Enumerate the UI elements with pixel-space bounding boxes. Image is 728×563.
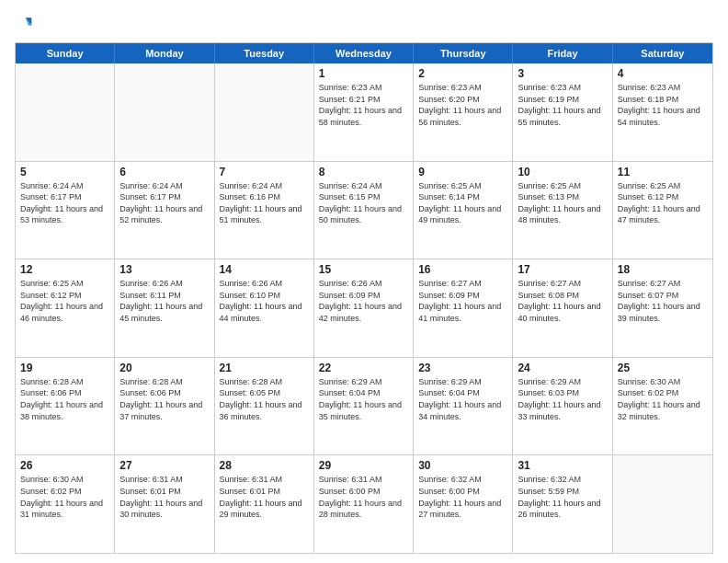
- day-info: Sunrise: 6:27 AMSunset: 6:07 PMDaylight:…: [618, 278, 708, 324]
- day-number: 9: [418, 166, 507, 178]
- day-info: Sunrise: 6:29 AMSunset: 6:04 PMDaylight:…: [418, 376, 507, 422]
- day-number: 30: [418, 459, 507, 472]
- calendar-header: SundayMondayTuesdayWednesdayThursdayFrid…: [16, 43, 712, 63]
- day-info: Sunrise: 6:23 AMSunset: 6:21 PMDaylight:…: [319, 82, 408, 128]
- day-info: Sunrise: 6:24 AMSunset: 6:17 PMDaylight:…: [119, 180, 209, 226]
- logo-icon: [15, 15, 33, 33]
- day-of-week-wednesday: Wednesday: [314, 43, 414, 63]
- day-number: 17: [518, 263, 607, 276]
- day-number: 13: [119, 263, 209, 276]
- calendar-row-0: 1Sunrise: 6:23 AMSunset: 6:21 PMDaylight…: [16, 63, 712, 162]
- day-number: 27: [119, 459, 209, 472]
- day-of-week-tuesday: Tuesday: [215, 43, 314, 63]
- day-cell-27: 27Sunrise: 6:31 AMSunset: 6:01 PMDayligh…: [115, 455, 214, 553]
- day-cell-26: 26Sunrise: 6:30 AMSunset: 6:02 PMDayligh…: [16, 455, 115, 553]
- day-number: 18: [618, 263, 708, 276]
- day-cell-30: 30Sunrise: 6:32 AMSunset: 6:00 PMDayligh…: [414, 455, 513, 553]
- day-number: 4: [618, 67, 708, 80]
- day-info: Sunrise: 6:24 AMSunset: 6:16 PMDaylight:…: [220, 180, 309, 226]
- day-number: 3: [518, 67, 607, 80]
- day-cell-7: 7Sunrise: 6:24 AMSunset: 6:16 PMDaylight…: [215, 162, 314, 259]
- day-number: 20: [119, 362, 209, 374]
- day-info: Sunrise: 6:28 AMSunset: 6:06 PMDaylight:…: [20, 376, 109, 422]
- day-number: 11: [618, 166, 708, 178]
- day-of-week-sunday: Sunday: [16, 43, 115, 63]
- day-number: 14: [220, 263, 309, 276]
- day-info: Sunrise: 6:27 AMSunset: 6:08 PMDaylight:…: [518, 278, 607, 324]
- day-cell-25: 25Sunrise: 6:30 AMSunset: 6:02 PMDayligh…: [613, 358, 712, 455]
- day-cell-17: 17Sunrise: 6:27 AMSunset: 6:08 PMDayligh…: [513, 259, 612, 357]
- day-number: 29: [319, 459, 408, 472]
- day-info: Sunrise: 6:25 AMSunset: 6:12 PMDaylight:…: [20, 278, 109, 324]
- day-info: Sunrise: 6:29 AMSunset: 6:03 PMDaylight:…: [518, 376, 607, 422]
- day-info: Sunrise: 6:26 AMSunset: 6:11 PMDaylight:…: [119, 278, 209, 324]
- day-number: 22: [319, 362, 408, 374]
- day-cell-21: 21Sunrise: 6:28 AMSunset: 6:05 PMDayligh…: [215, 358, 314, 455]
- day-cell-31: 31Sunrise: 6:32 AMSunset: 5:59 PMDayligh…: [513, 455, 612, 553]
- day-cell-5: 5Sunrise: 6:24 AMSunset: 6:17 PMDaylight…: [16, 162, 115, 259]
- day-cell-20: 20Sunrise: 6:28 AMSunset: 6:06 PMDayligh…: [115, 358, 214, 455]
- day-info: Sunrise: 6:23 AMSunset: 6:18 PMDaylight:…: [618, 82, 708, 128]
- day-number: 16: [418, 263, 507, 276]
- empty-cell: [16, 63, 115, 161]
- day-info: Sunrise: 6:31 AMSunset: 6:00 PMDaylight:…: [319, 474, 408, 520]
- empty-cell: [215, 63, 314, 161]
- day-info: Sunrise: 6:32 AMSunset: 5:59 PMDaylight:…: [518, 474, 607, 520]
- day-of-week-friday: Friday: [513, 43, 612, 63]
- day-cell-4: 4Sunrise: 6:23 AMSunset: 6:18 PMDaylight…: [613, 63, 712, 161]
- day-number: 7: [220, 166, 309, 178]
- day-number: 1: [319, 67, 408, 80]
- empty-cell: [613, 455, 712, 553]
- day-info: Sunrise: 6:26 AMSunset: 6:09 PMDaylight:…: [319, 278, 408, 324]
- day-cell-23: 23Sunrise: 6:29 AMSunset: 6:04 PMDayligh…: [414, 358, 513, 455]
- day-info: Sunrise: 6:30 AMSunset: 6:02 PMDaylight:…: [20, 474, 109, 520]
- day-info: Sunrise: 6:30 AMSunset: 6:02 PMDaylight:…: [618, 376, 708, 422]
- day-number: 26: [20, 459, 109, 472]
- day-number: 8: [319, 166, 408, 178]
- day-info: Sunrise: 6:24 AMSunset: 6:15 PMDaylight:…: [319, 180, 408, 226]
- calendar-row-3: 19Sunrise: 6:28 AMSunset: 6:06 PMDayligh…: [16, 358, 712, 456]
- day-of-week-thursday: Thursday: [414, 43, 513, 63]
- day-cell-9: 9Sunrise: 6:25 AMSunset: 6:14 PMDaylight…: [414, 162, 513, 259]
- day-cell-18: 18Sunrise: 6:27 AMSunset: 6:07 PMDayligh…: [613, 259, 712, 357]
- page-header: [15, 15, 713, 33]
- day-cell-19: 19Sunrise: 6:28 AMSunset: 6:06 PMDayligh…: [16, 358, 115, 455]
- day-info: Sunrise: 6:25 AMSunset: 6:14 PMDaylight:…: [418, 180, 507, 226]
- calendar-row-2: 12Sunrise: 6:25 AMSunset: 6:12 PMDayligh…: [16, 259, 712, 358]
- calendar-row-4: 26Sunrise: 6:30 AMSunset: 6:02 PMDayligh…: [16, 455, 712, 553]
- day-cell-3: 3Sunrise: 6:23 AMSunset: 6:19 PMDaylight…: [513, 63, 612, 161]
- day-number: 5: [20, 166, 109, 178]
- day-info: Sunrise: 6:31 AMSunset: 6:01 PMDaylight:…: [220, 474, 309, 520]
- day-number: 28: [220, 459, 309, 472]
- day-cell-12: 12Sunrise: 6:25 AMSunset: 6:12 PMDayligh…: [16, 259, 115, 357]
- day-number: 6: [119, 166, 209, 178]
- day-number: 15: [319, 263, 408, 276]
- day-info: Sunrise: 6:27 AMSunset: 6:09 PMDaylight:…: [418, 278, 507, 324]
- day-cell-6: 6Sunrise: 6:24 AMSunset: 6:17 PMDaylight…: [115, 162, 214, 259]
- day-cell-8: 8Sunrise: 6:24 AMSunset: 6:15 PMDaylight…: [314, 162, 414, 259]
- day-info: Sunrise: 6:31 AMSunset: 6:01 PMDaylight:…: [119, 474, 209, 520]
- logo: [15, 15, 37, 33]
- day-info: Sunrise: 6:28 AMSunset: 6:05 PMDaylight:…: [220, 376, 309, 422]
- day-cell-16: 16Sunrise: 6:27 AMSunset: 6:09 PMDayligh…: [414, 259, 513, 357]
- day-info: Sunrise: 6:23 AMSunset: 6:20 PMDaylight:…: [418, 82, 507, 128]
- day-number: 31: [518, 459, 607, 472]
- day-number: 10: [518, 166, 607, 178]
- day-number: 23: [418, 362, 507, 374]
- day-number: 19: [20, 362, 109, 374]
- day-number: 12: [20, 263, 109, 276]
- day-cell-15: 15Sunrise: 6:26 AMSunset: 6:09 PMDayligh…: [314, 259, 414, 357]
- day-cell-1: 1Sunrise: 6:23 AMSunset: 6:21 PMDaylight…: [314, 63, 414, 161]
- day-info: Sunrise: 6:25 AMSunset: 6:13 PMDaylight:…: [518, 180, 607, 226]
- day-cell-11: 11Sunrise: 6:25 AMSunset: 6:12 PMDayligh…: [613, 162, 712, 259]
- calendar-row-1: 5Sunrise: 6:24 AMSunset: 6:17 PMDaylight…: [16, 162, 712, 260]
- page-container: SundayMondayTuesdayWednesdayThursdayFrid…: [0, 0, 728, 563]
- day-of-week-monday: Monday: [115, 43, 214, 63]
- day-info: Sunrise: 6:32 AMSunset: 6:00 PMDaylight:…: [418, 474, 507, 520]
- day-cell-10: 10Sunrise: 6:25 AMSunset: 6:13 PMDayligh…: [513, 162, 612, 259]
- calendar: SundayMondayTuesdayWednesdayThursdayFrid…: [15, 42, 713, 554]
- day-info: Sunrise: 6:24 AMSunset: 6:17 PMDaylight:…: [20, 180, 109, 226]
- day-cell-14: 14Sunrise: 6:26 AMSunset: 6:10 PMDayligh…: [215, 259, 314, 357]
- day-number: 24: [518, 362, 607, 374]
- empty-cell: [115, 63, 214, 161]
